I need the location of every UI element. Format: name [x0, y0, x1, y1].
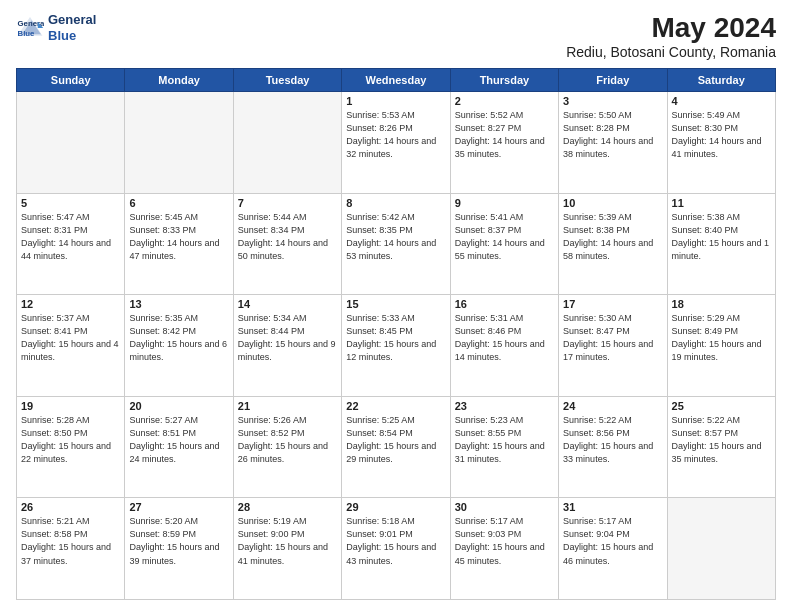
day-number: 27 — [129, 501, 228, 513]
day-of-week-header: Tuesday — [233, 69, 341, 92]
calendar-day-cell: 9Sunrise: 5:41 AM Sunset: 8:37 PM Daylig… — [450, 193, 558, 295]
day-number: 20 — [129, 400, 228, 412]
day-info: Sunrise: 5:22 AM Sunset: 8:57 PM Dayligh… — [672, 414, 771, 466]
day-info: Sunrise: 5:31 AM Sunset: 8:46 PM Dayligh… — [455, 312, 554, 364]
day-info: Sunrise: 5:29 AM Sunset: 8:49 PM Dayligh… — [672, 312, 771, 364]
calendar-day-cell — [125, 92, 233, 194]
calendar-day-cell: 14Sunrise: 5:34 AM Sunset: 8:44 PM Dayli… — [233, 295, 341, 397]
day-of-week-header: Monday — [125, 69, 233, 92]
day-number: 30 — [455, 501, 554, 513]
calendar-week-row: 5Sunrise: 5:47 AM Sunset: 8:31 PM Daylig… — [17, 193, 776, 295]
day-info: Sunrise: 5:28 AM Sunset: 8:50 PM Dayligh… — [21, 414, 120, 466]
calendar-day-cell: 11Sunrise: 5:38 AM Sunset: 8:40 PM Dayli… — [667, 193, 775, 295]
day-info: Sunrise: 5:42 AM Sunset: 8:35 PM Dayligh… — [346, 211, 445, 263]
logo-text: General Blue — [48, 12, 96, 43]
calendar-day-cell: 28Sunrise: 5:19 AM Sunset: 9:00 PM Dayli… — [233, 498, 341, 600]
day-number: 9 — [455, 197, 554, 209]
title-block: May 2024 Rediu, Botosani County, Romania — [566, 12, 776, 60]
calendar-day-cell: 15Sunrise: 5:33 AM Sunset: 8:45 PM Dayli… — [342, 295, 450, 397]
day-of-week-header: Wednesday — [342, 69, 450, 92]
day-number: 17 — [563, 298, 662, 310]
calendar-day-cell: 16Sunrise: 5:31 AM Sunset: 8:46 PM Dayli… — [450, 295, 558, 397]
day-number: 28 — [238, 501, 337, 513]
day-info: Sunrise: 5:19 AM Sunset: 9:00 PM Dayligh… — [238, 515, 337, 567]
day-number: 18 — [672, 298, 771, 310]
calendar-day-cell: 26Sunrise: 5:21 AM Sunset: 8:58 PM Dayli… — [17, 498, 125, 600]
day-number: 2 — [455, 95, 554, 107]
day-number: 21 — [238, 400, 337, 412]
calendar-day-cell: 1Sunrise: 5:53 AM Sunset: 8:26 PM Daylig… — [342, 92, 450, 194]
svg-text:Blue: Blue — [18, 28, 36, 37]
day-info: Sunrise: 5:21 AM Sunset: 8:58 PM Dayligh… — [21, 515, 120, 567]
calendar-day-cell: 23Sunrise: 5:23 AM Sunset: 8:55 PM Dayli… — [450, 396, 558, 498]
calendar-day-cell: 18Sunrise: 5:29 AM Sunset: 8:49 PM Dayli… — [667, 295, 775, 397]
day-number: 10 — [563, 197, 662, 209]
calendar-day-cell: 27Sunrise: 5:20 AM Sunset: 8:59 PM Dayli… — [125, 498, 233, 600]
day-info: Sunrise: 5:26 AM Sunset: 8:52 PM Dayligh… — [238, 414, 337, 466]
calendar-day-cell: 3Sunrise: 5:50 AM Sunset: 8:28 PM Daylig… — [559, 92, 667, 194]
day-number: 3 — [563, 95, 662, 107]
day-info: Sunrise: 5:17 AM Sunset: 9:03 PM Dayligh… — [455, 515, 554, 567]
day-number: 14 — [238, 298, 337, 310]
calendar-day-cell: 7Sunrise: 5:44 AM Sunset: 8:34 PM Daylig… — [233, 193, 341, 295]
day-number: 23 — [455, 400, 554, 412]
calendar-day-cell — [17, 92, 125, 194]
day-number: 25 — [672, 400, 771, 412]
logo-line1: General — [48, 12, 96, 28]
logo-line2: Blue — [48, 28, 96, 44]
calendar-day-cell: 31Sunrise: 5:17 AM Sunset: 9:04 PM Dayli… — [559, 498, 667, 600]
month-title: May 2024 — [566, 12, 776, 44]
day-of-week-header: Saturday — [667, 69, 775, 92]
calendar-day-cell: 22Sunrise: 5:25 AM Sunset: 8:54 PM Dayli… — [342, 396, 450, 498]
calendar-day-cell: 13Sunrise: 5:35 AM Sunset: 8:42 PM Dayli… — [125, 295, 233, 397]
location-title: Rediu, Botosani County, Romania — [566, 44, 776, 60]
day-number: 6 — [129, 197, 228, 209]
day-number: 13 — [129, 298, 228, 310]
calendar-week-row: 26Sunrise: 5:21 AM Sunset: 8:58 PM Dayli… — [17, 498, 776, 600]
day-number: 26 — [21, 501, 120, 513]
day-info: Sunrise: 5:23 AM Sunset: 8:55 PM Dayligh… — [455, 414, 554, 466]
day-number: 4 — [672, 95, 771, 107]
day-info: Sunrise: 5:22 AM Sunset: 8:56 PM Dayligh… — [563, 414, 662, 466]
calendar-day-cell: 12Sunrise: 5:37 AM Sunset: 8:41 PM Dayli… — [17, 295, 125, 397]
calendar-header-row: SundayMondayTuesdayWednesdayThursdayFrid… — [17, 69, 776, 92]
day-number: 5 — [21, 197, 120, 209]
calendar-week-row: 19Sunrise: 5:28 AM Sunset: 8:50 PM Dayli… — [17, 396, 776, 498]
day-info: Sunrise: 5:41 AM Sunset: 8:37 PM Dayligh… — [455, 211, 554, 263]
day-info: Sunrise: 5:39 AM Sunset: 8:38 PM Dayligh… — [563, 211, 662, 263]
day-info: Sunrise: 5:47 AM Sunset: 8:31 PM Dayligh… — [21, 211, 120, 263]
day-info: Sunrise: 5:20 AM Sunset: 8:59 PM Dayligh… — [129, 515, 228, 567]
day-info: Sunrise: 5:30 AM Sunset: 8:47 PM Dayligh… — [563, 312, 662, 364]
day-number: 16 — [455, 298, 554, 310]
calendar-day-cell — [233, 92, 341, 194]
day-of-week-header: Friday — [559, 69, 667, 92]
day-number: 11 — [672, 197, 771, 209]
calendar-week-row: 1Sunrise: 5:53 AM Sunset: 8:26 PM Daylig… — [17, 92, 776, 194]
calendar-day-cell — [667, 498, 775, 600]
day-info: Sunrise: 5:50 AM Sunset: 8:28 PM Dayligh… — [563, 109, 662, 161]
day-info: Sunrise: 5:35 AM Sunset: 8:42 PM Dayligh… — [129, 312, 228, 364]
page: General Blue General Blue May 2024 Rediu… — [0, 0, 792, 612]
logo: General Blue General Blue — [16, 12, 96, 43]
calendar-day-cell: 5Sunrise: 5:47 AM Sunset: 8:31 PM Daylig… — [17, 193, 125, 295]
calendar-day-cell: 17Sunrise: 5:30 AM Sunset: 8:47 PM Dayli… — [559, 295, 667, 397]
calendar-week-row: 12Sunrise: 5:37 AM Sunset: 8:41 PM Dayli… — [17, 295, 776, 397]
day-of-week-header: Thursday — [450, 69, 558, 92]
calendar-day-cell: 10Sunrise: 5:39 AM Sunset: 8:38 PM Dayli… — [559, 193, 667, 295]
day-info: Sunrise: 5:34 AM Sunset: 8:44 PM Dayligh… — [238, 312, 337, 364]
day-info: Sunrise: 5:27 AM Sunset: 8:51 PM Dayligh… — [129, 414, 228, 466]
day-number: 24 — [563, 400, 662, 412]
day-number: 29 — [346, 501, 445, 513]
day-number: 31 — [563, 501, 662, 513]
calendar-day-cell: 2Sunrise: 5:52 AM Sunset: 8:27 PM Daylig… — [450, 92, 558, 194]
day-number: 15 — [346, 298, 445, 310]
calendar-day-cell: 21Sunrise: 5:26 AM Sunset: 8:52 PM Dayli… — [233, 396, 341, 498]
day-info: Sunrise: 5:49 AM Sunset: 8:30 PM Dayligh… — [672, 109, 771, 161]
day-info: Sunrise: 5:53 AM Sunset: 8:26 PM Dayligh… — [346, 109, 445, 161]
day-number: 12 — [21, 298, 120, 310]
day-of-week-header: Sunday — [17, 69, 125, 92]
day-number: 22 — [346, 400, 445, 412]
day-number: 7 — [238, 197, 337, 209]
calendar-day-cell: 25Sunrise: 5:22 AM Sunset: 8:57 PM Dayli… — [667, 396, 775, 498]
calendar-day-cell: 24Sunrise: 5:22 AM Sunset: 8:56 PM Dayli… — [559, 396, 667, 498]
